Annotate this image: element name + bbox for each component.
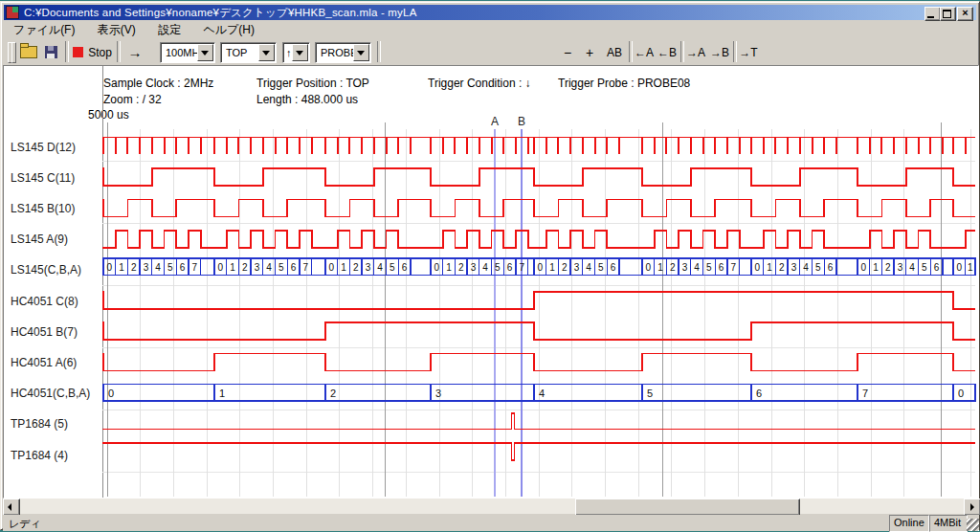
zoom-ab-label: AB (607, 46, 622, 59)
zoom-in-button[interactable]: + (580, 41, 599, 63)
maximize-button[interactable] (940, 7, 956, 21)
svg-text:1: 1 (968, 262, 973, 273)
svg-text:6: 6 (719, 262, 724, 273)
svg-text:4: 4 (155, 262, 161, 273)
svg-text:7: 7 (730, 262, 736, 273)
title-bar[interactable]: C:¥Documents and Settings¥noname¥デスクトップ¥… (4, 5, 976, 20)
svg-text:6: 6 (934, 262, 940, 273)
toolbar-separator (117, 41, 121, 62)
svg-text:7: 7 (302, 262, 308, 273)
svg-text:5: 5 (706, 262, 712, 273)
svg-text:1: 1 (549, 262, 555, 273)
trigger-position-combo[interactable]: TOP (220, 42, 277, 63)
stop-icon (73, 47, 83, 57)
svg-text:4: 4 (803, 262, 809, 273)
dropdown-button[interactable] (292, 44, 308, 61)
svg-text:0: 0 (755, 262, 761, 273)
run-arrow-icon: → (128, 44, 143, 60)
svg-text:6: 6 (828, 262, 834, 273)
stop-button[interactable]: Stop (70, 41, 115, 63)
goto-b-left-label: ←B (657, 46, 677, 59)
minimize-button[interactable] (924, 7, 941, 21)
svg-text:2: 2 (353, 262, 359, 273)
app-window: C:¥Documents and Settings¥noname¥デスクトップ¥… (0, 1, 980, 530)
svg-text:4: 4 (266, 262, 272, 273)
trigger-edge-combo[interactable]: ↑ (282, 42, 310, 63)
trigger-edge-value: ↑ (286, 47, 292, 58)
dropdown-button[interactable] (258, 44, 275, 61)
svg-text:6: 6 (507, 262, 513, 273)
svg-text:3: 3 (435, 388, 441, 399)
svg-text:5: 5 (167, 262, 173, 273)
svg-text:4: 4 (539, 388, 545, 399)
toolbar-separator (377, 41, 381, 62)
scroll-to-b-left-button[interactable]: ←B (656, 41, 679, 63)
menu-view[interactable]: 表示(V) (88, 21, 145, 37)
svg-text:1: 1 (230, 262, 235, 273)
scroll-left-button[interactable] (3, 499, 20, 516)
zoom-ab-button[interactable]: AB (601, 41, 628, 63)
goto-a-left-label: ←A (635, 46, 654, 59)
arrow-left-icon (8, 503, 11, 511)
svg-text:3: 3 (682, 262, 688, 273)
zoom-out-button[interactable]: − (557, 41, 578, 63)
open-button[interactable] (17, 41, 39, 63)
scroll-to-trigger-button[interactable]: →T (737, 41, 760, 63)
svg-text:3: 3 (574, 262, 580, 273)
svg-text:7: 7 (862, 388, 868, 399)
svg-text:0: 0 (538, 262, 544, 273)
svg-text:3: 3 (471, 262, 477, 273)
scroll-to-a-right-button[interactable]: →A (684, 41, 707, 63)
scroll-to-a-left-button[interactable]: ←A (633, 41, 656, 63)
dropdown-button[interactable] (197, 44, 213, 61)
goto-b-right-label: →B (710, 46, 729, 59)
svg-text:1: 1 (219, 388, 225, 399)
scroll-to-b-right-button[interactable]: →B (708, 41, 731, 63)
svg-text:1: 1 (446, 262, 452, 273)
close-button[interactable]: × (957, 7, 973, 21)
svg-text:3: 3 (144, 262, 149, 273)
svg-text:3: 3 (791, 262, 797, 273)
status-online-badge: Online (889, 515, 929, 532)
desktop: C:¥Documents and Settings¥noname¥デスクトップ¥… (0, 0, 980, 532)
svg-text:0: 0 (957, 262, 963, 273)
svg-text:2: 2 (562, 262, 568, 273)
plus-icon: + (586, 45, 593, 60)
toolbar-grip[interactable] (11, 42, 16, 63)
save-disk-icon (45, 46, 57, 58)
waveform-plot[interactable]: 0123456701234567012345601234567012345601… (4, 66, 978, 498)
scrollbar-thumb[interactable] (575, 499, 800, 516)
run-button[interactable]: → (122, 41, 147, 63)
trigger-probe-combo[interactable]: PROBE00 (315, 42, 371, 63)
svg-text:2: 2 (330, 388, 336, 399)
toolbar-separator (65, 41, 69, 62)
svg-text:0: 0 (646, 262, 652, 273)
chevron-down-icon (262, 51, 270, 59)
sample-clock-combo[interactable]: 100MHz (160, 42, 215, 63)
scroll-right-button[interactable] (964, 499, 980, 516)
svg-text:6: 6 (611, 262, 616, 273)
svg-text:2: 2 (242, 262, 248, 273)
dropdown-button[interactable] (353, 44, 369, 61)
svg-text:5: 5 (390, 262, 395, 273)
resize-grip-icon[interactable] (967, 519, 979, 531)
svg-text:7: 7 (519, 262, 524, 273)
save-button[interactable] (40, 41, 62, 63)
status-bar: レディ Online 4MBit (3, 515, 979, 531)
svg-text:6: 6 (756, 388, 762, 399)
svg-text:1: 1 (341, 262, 346, 273)
waveform-client-area: Sample Clock : 2MHz Trigger Position : T… (3, 65, 979, 499)
menu-file[interactable]: ファイル(F) (4, 21, 84, 37)
open-folder-icon (20, 46, 37, 58)
svg-text:5: 5 (495, 262, 501, 273)
menu-settings[interactable]: 設定 (148, 21, 190, 37)
svg-text:6: 6 (180, 262, 186, 273)
menu-help[interactable]: ヘルプ(H) (193, 21, 264, 37)
svg-text:5: 5 (647, 388, 653, 399)
minimize-icon (927, 16, 934, 18)
horizontal-scrollbar[interactable] (3, 499, 979, 514)
svg-text:2: 2 (779, 262, 785, 273)
svg-text:1: 1 (767, 262, 772, 273)
svg-text:4: 4 (586, 262, 591, 273)
svg-text:0: 0 (861, 262, 867, 273)
